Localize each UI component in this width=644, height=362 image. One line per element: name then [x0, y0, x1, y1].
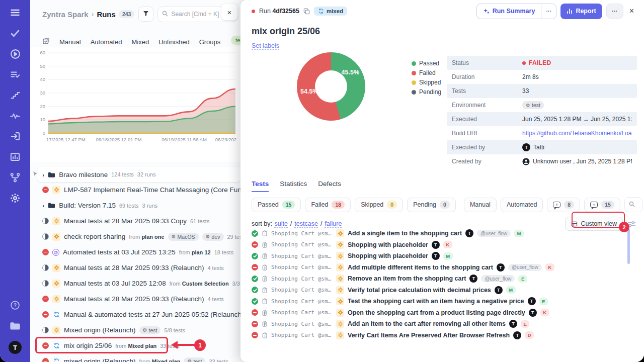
run-list-item[interactable]: @Automated tests at 03 Jul 2025 13:25fro… — [30, 244, 240, 260]
close-drawer-button[interactable]: × — [627, 7, 636, 16]
search-icon — [162, 10, 168, 19]
breadcrumb-project[interactable]: Zyntra Spark — [42, 10, 89, 19]
folder-icon — [48, 202, 55, 209]
legend-item: Pending — [412, 88, 441, 96]
check-icon[interactable] — [10, 28, 21, 39]
run-list-item[interactable]: Manual tests at 28 Mar 2025 09:33 Copy61… — [30, 213, 240, 229]
tests-count: 33 tests — [209, 358, 228, 362]
detail-value: Jun 25, 2025 1:28 PM → Jun 25, 2025 1:30… — [522, 116, 632, 123]
run-title: Automated tests at 03 Jul 2025 13:25 — [63, 248, 176, 256]
test-row[interactable]: Shopping Cart @sm…Verify Cart Items Are … — [247, 330, 631, 341]
legend-dot — [412, 80, 416, 85]
legend-item: Passed — [412, 60, 441, 67]
run-list-item[interactable]: Manual tests at 28 Mar 2025 09:33 (Relau… — [30, 260, 240, 276]
filter-passed[interactable]: Passed15 — [252, 198, 301, 212]
help-icon[interactable]: ? — [10, 300, 21, 311]
test-row[interactable]: Shopping Cart @sm…Add an item to the car… — [247, 318, 631, 330]
folder-list-item[interactable]: ›Bravo milestone124 tests32 runs — [37, 167, 240, 182]
folder-list-item[interactable]: ›Build: Version 7.1569 tests3 runs — [30, 198, 240, 213]
filter-failed[interactable]: Failed18 — [305, 198, 351, 212]
copy-icon[interactable] — [303, 8, 310, 15]
run-title: LMP-587 Implement Real-Time Chat Messagi… — [64, 186, 240, 194]
test-row[interactable]: Shopping Cart @sm…Remove an item from th… — [247, 273, 631, 285]
bar-chart-icon[interactable] — [10, 151, 21, 162]
set-labels-link[interactable]: Set labels — [252, 42, 279, 50]
run-title: Manual tests at 28 Mar 2025 09:33 Copy — [64, 217, 187, 225]
run-title: Manual tests at 28 Mar 2025 09:33 (Relau… — [64, 264, 204, 272]
manual-sparkle-icon — [52, 295, 60, 303]
sort-by-failure[interactable]: failure — [325, 220, 342, 228]
select-runs-icon[interactable] — [42, 37, 50, 47]
assignee-avatar: T — [509, 320, 517, 328]
runs-trend-chart: 010203040506017/2025 12:47 PM06/18/2025 … — [30, 47, 240, 162]
run-list-item[interactable]: Manual & automated tests at 27 Jun 2025 … — [30, 307, 240, 322]
owner-letter-badge: E — [521, 320, 529, 328]
test-row[interactable]: Shopping Cart @sm…Verify total price cal… — [247, 285, 631, 296]
close-panel-button[interactable]: × — [221, 4, 237, 20]
manual-sparkle-icon — [336, 320, 344, 328]
test-row[interactable]: Shopping Cart @sm…Add a single item to t… — [247, 228, 631, 239]
chevron-right-icon[interactable]: › — [42, 202, 44, 209]
list-check-icon[interactable] — [10, 69, 21, 80]
runs-filter-tabs: ManualAutomatedMixedUnfinishedGroups — [42, 37, 240, 47]
chevron-right-icon[interactable]: › — [42, 171, 44, 178]
runs-tab-manual[interactable]: Manual — [59, 38, 81, 46]
tab-defects[interactable]: Defects — [318, 180, 341, 192]
sort-by-suite[interactable]: suite — [274, 220, 287, 228]
tab-tests[interactable]: Tests — [252, 180, 269, 192]
run-list-item[interactable]: mixed origin (Relaunch)from Mixed plan⚙t… — [30, 353, 240, 362]
testcase-icon — [262, 230, 268, 236]
run-list-item[interactable]: Manual tests at 28 Mar 2025 09:33 (Relau… — [30, 291, 240, 307]
filter-button[interactable] — [138, 7, 153, 22]
legend-dot — [412, 71, 416, 75]
run-list-item[interactable]: LMP-587 Implement Real-Time Chat Messagi… — [30, 182, 240, 198]
test-row[interactable]: Shopping Cart @sm…Open the shopping cart… — [247, 307, 631, 319]
run-list-item[interactable]: Mixed origin (Relaunch)⚙test5/8 tests — [30, 322, 240, 338]
run-summary-button[interactable]: Run Summary ··· — [476, 4, 557, 19]
manual-sparkle-icon — [336, 252, 344, 260]
user-avatar[interactable]: T — [9, 341, 22, 354]
runs-count: 32 runs — [137, 171, 156, 177]
runs-count-badge: 243 — [119, 10, 135, 18]
test-search[interactable] — [624, 197, 642, 212]
manual-sparkle-icon — [336, 229, 344, 237]
runs-tab-mixed[interactable]: Mixed — [132, 38, 149, 46]
run-list: ›Bravo milestone124 tests32 runsLMP-587 … — [30, 167, 240, 362]
branch-icon[interactable] — [10, 172, 21, 183]
test-row[interactable]: Shopping Cart @sm…Shopping with placehol… — [247, 250, 631, 262]
play-circle-icon[interactable] — [10, 48, 21, 59]
run-list-item[interactable]: check report sharingfrom plan one⚙MacOS⚙… — [30, 229, 240, 244]
filter-skipped[interactable]: Skipped0 — [355, 198, 403, 212]
steps-icon[interactable] — [10, 89, 21, 101]
menu-icon[interactable] — [10, 7, 21, 18]
report-button[interactable]: Report — [560, 4, 602, 19]
folder-icon[interactable] — [10, 320, 21, 331]
test-row[interactable]: Shopping Cart @sm…Shopping with placehol… — [247, 239, 631, 251]
testcase-icon — [262, 287, 268, 293]
runs-tab-groups[interactable]: Groups — [199, 38, 221, 46]
runs-tab-unfinished[interactable]: Unfinished — [158, 38, 189, 46]
activity-icon[interactable] — [10, 110, 21, 121]
runs-tab-automated[interactable]: Automated — [91, 38, 122, 46]
run-list-item[interactable]: Manual tests at 03 Jul 2025 12:08from Cu… — [30, 276, 240, 291]
search-icon — [629, 200, 635, 209]
build-url-link[interactable]: https://github.com/TetianaKhomenko/Load-… — [522, 130, 632, 137]
gear-icon[interactable] — [10, 193, 21, 204]
run-title: Bravo milestone — [59, 171, 108, 178]
filter-pending[interactable]: Pending0 — [407, 198, 456, 212]
test-row[interactable]: Shopping Cart @sm…Add multiple different… — [247, 262, 631, 274]
tests-count: 124 tests — [111, 171, 134, 177]
comment-exclamation-filter[interactable]: !8 — [547, 198, 580, 212]
sync-icon — [318, 8, 324, 14]
run-summary-more-button[interactable]: ··· — [541, 4, 556, 19]
detail-row: Build URLhttps://github.com/TetianaKhome… — [447, 126, 637, 140]
filter-manual[interactable]: Manual — [464, 198, 497, 212]
test-row[interactable]: Shopping Cart @sm…Test the shopping cart… — [247, 296, 631, 307]
sort-by-testcase[interactable]: testcase — [294, 220, 318, 228]
filter-automated[interactable]: Automated — [501, 198, 543, 212]
sign-in-icon[interactable] — [10, 131, 21, 142]
comment-plus-filter[interactable]: +15 — [584, 198, 620, 212]
test-list-scrollbar[interactable] — [627, 229, 630, 264]
more-actions-button[interactable]: ··· — [606, 4, 623, 19]
tab-statistics[interactable]: Statistics — [280, 180, 307, 192]
